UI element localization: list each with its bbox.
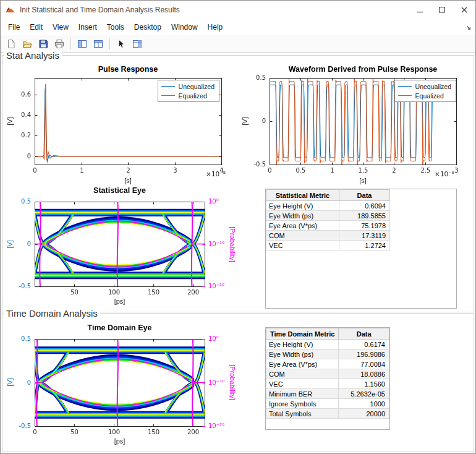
value-cell[interactable]: 5.2632e-05 — [339, 389, 389, 399]
plot-title: Pulse Response — [35, 65, 221, 74]
save-figure-icon[interactable] — [36, 37, 51, 51]
dock-panel-icon[interactable] — [130, 37, 145, 51]
table-row: Total Symbols20000 — [266, 409, 389, 419]
table-row: VEC1.1560 — [266, 379, 389, 389]
time-domain-eye-plot: Time Domain Eye [V] [Probability] [ps] — [6, 323, 253, 452]
value-cell[interactable]: 77.0084 — [339, 359, 389, 369]
x-axis-exponent: ×10⁻⁸ — [182, 170, 226, 178]
window-controls — [409, 1, 475, 19]
stat-metrics-table: Statistical Metric Data Eye Height (V)0.… — [266, 189, 390, 251]
plot-legend[interactable]: UnequalizedEqualized — [394, 80, 456, 102]
value-cell[interactable]: 1000 — [339, 399, 389, 409]
statistical-eye-plot: Statistical Eye [V] [Probability] [ps] — [6, 186, 253, 311]
legend-item: Unequalized — [161, 82, 215, 91]
menu-window[interactable]: Window — [166, 20, 203, 34]
menu-view[interactable]: View — [48, 20, 74, 34]
menu-edit[interactable]: Edit — [25, 20, 48, 34]
legend-label: Unequalized — [179, 83, 215, 90]
table-row: COM18.0886 — [266, 369, 389, 379]
toolbar-separator — [109, 38, 110, 49]
table-row: Eye Height (V)0.6094 — [266, 201, 390, 211]
dock-arrow-icon[interactable] — [465, 23, 472, 34]
menubar: FileEditViewInsertToolsDesktopWindowHelp — [1, 19, 475, 35]
plot-title: Time Domain Eye — [35, 323, 205, 333]
new-figure-icon[interactable] — [4, 37, 19, 51]
window-title: Init Statistical and Time Domain Analysi… — [20, 6, 180, 14]
metric-cell[interactable]: COM — [266, 369, 339, 379]
open-file-icon[interactable] — [20, 37, 35, 51]
tile-top-icon[interactable] — [91, 37, 106, 51]
plot-legend[interactable]: UnequalizedEqualized — [158, 80, 219, 102]
value-cell[interactable]: 0.6094 — [339, 201, 390, 211]
table-header-row: Statistical Metric Data — [266, 190, 390, 201]
table-row: COM17.3119 — [266, 231, 390, 241]
value-cell[interactable]: 1.1560 — [339, 379, 389, 389]
menu-help[interactable]: Help — [203, 20, 228, 34]
statistical-eye-canvas[interactable] — [6, 197, 248, 299]
metric-column-header: Time Domain Metric — [266, 328, 339, 340]
menu-desktop[interactable]: Desktop — [129, 20, 166, 34]
table-row: Eye Width (ps)196.9086 — [266, 349, 389, 359]
time-metrics-table: Time Domain Metric Data Eye Height (V)0.… — [266, 328, 389, 419]
metric-cell[interactable]: VEC — [266, 379, 339, 389]
value-cell[interactable]: 196.9086 — [339, 349, 389, 359]
legend-line-swatch — [398, 95, 412, 96]
value-cell[interactable]: 0.6174 — [339, 340, 389, 349]
value-cell[interactable]: 75.1978 — [339, 221, 390, 231]
metric-cell[interactable]: Eye Area (V*ps) — [266, 221, 339, 231]
plot-title: Statistical Eye — [35, 186, 205, 195]
menu-file[interactable]: File — [3, 20, 25, 34]
matlab-app-icon — [6, 5, 15, 15]
metric-cell[interactable]: VEC — [266, 241, 339, 251]
probability-axis-label: [Probability] — [228, 336, 237, 429]
close-button[interactable] — [453, 1, 475, 19]
table-row: Minimum BER5.2632e-05 — [266, 389, 389, 399]
menu-tools[interactable]: Tools — [102, 20, 129, 34]
metric-cell[interactable]: Eye Area (V*ps) — [266, 359, 339, 369]
x-axis-label: [ps] — [35, 437, 205, 445]
stat-metrics-panel: Statistical Metric Data Eye Height (V)0.… — [265, 189, 457, 309]
select-arrow-icon[interactable] — [114, 37, 129, 51]
tile-left-icon[interactable] — [75, 37, 90, 51]
menu-insert[interactable]: Insert — [74, 20, 102, 34]
minimize-button[interactable] — [409, 1, 431, 19]
metric-cell[interactable]: Eye Height (V) — [266, 340, 339, 349]
table-row: Eye Area (V*ps)75.1978 — [266, 221, 390, 231]
probability-axis-label: [Probability] — [228, 199, 237, 290]
data-column-header: Data — [339, 328, 389, 340]
table-row: Eye Width (ps)189.5855 — [266, 211, 390, 221]
x-axis-exponent: ×10⁻⁸ — [411, 170, 454, 178]
metric-cell[interactable]: Eye Width (ps) — [266, 349, 339, 359]
print-figure-icon[interactable] — [52, 37, 67, 51]
toolbar-separator — [70, 38, 71, 49]
metric-cell[interactable]: Eye Height (V) — [266, 201, 339, 211]
x-axis-label: [ps] — [35, 298, 205, 305]
waveform-plot: Waveform Derived from Pulse Response [V]… — [240, 65, 476, 187]
legend-item: Equalized — [398, 91, 451, 100]
metric-cell[interactable]: Minimum BER — [266, 389, 339, 399]
metric-cell[interactable]: Ignore Symbols — [266, 399, 339, 409]
data-column-header: Data — [339, 190, 390, 201]
legend-label: Equalized — [415, 92, 444, 100]
table-row: VEC1.2724 — [266, 241, 390, 251]
legend-item: Equalized — [161, 91, 215, 100]
y-axis-label: [V] — [6, 199, 14, 290]
time-domain-eye-canvas[interactable] — [6, 335, 248, 439]
metric-column-header: Statistical Metric — [266, 190, 339, 201]
maximize-button[interactable] — [431, 1, 453, 19]
value-cell[interactable]: 18.0886 — [339, 369, 389, 379]
metric-cell[interactable]: Eye Width (ps) — [266, 211, 339, 221]
legend-label: Unequalized — [415, 83, 451, 90]
metric-cell[interactable]: COM — [266, 231, 339, 241]
value-cell[interactable]: 189.5855 — [339, 211, 390, 221]
table-row: Ignore Symbols1000 — [266, 399, 389, 409]
y-axis-label: [V] — [6, 76, 14, 166]
table-header-row: Time Domain Metric Data — [266, 328, 389, 340]
value-cell[interactable]: 1.2724 — [339, 241, 390, 251]
x-axis-label: [s] — [35, 177, 221, 184]
metric-cell[interactable]: Total Symbols — [266, 409, 339, 419]
value-cell[interactable]: 17.3119 — [339, 231, 390, 241]
pulse-response-plot: Pulse Response [V] [s] ×10⁻⁸ Unequalized… — [6, 65, 248, 187]
table-row: Eye Height (V)0.6174 — [266, 340, 389, 349]
value-cell[interactable]: 20000 — [339, 409, 389, 419]
